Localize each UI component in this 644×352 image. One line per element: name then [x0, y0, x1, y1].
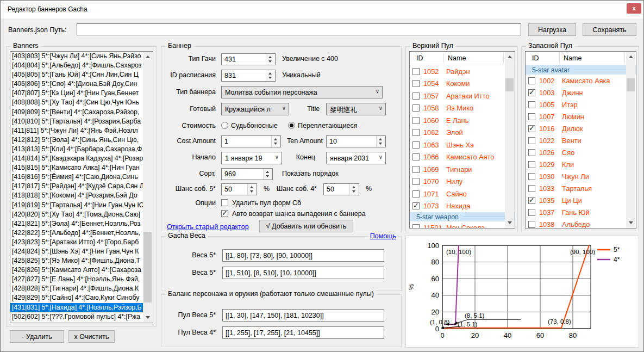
chance4-spinner[interactable]: 50	[323, 183, 359, 195]
banner-list-item[interactable]: [415|815] 5*:[Камисато Аяка] 4*:[Нин Гуа…	[10, 163, 144, 172]
scroll-down-icon[interactable]	[626, 218, 635, 227]
pool-item-checkbox[interactable]	[412, 224, 420, 229]
spinner-arrows-icon[interactable]	[263, 169, 272, 180]
pool-item-row[interactable]: 1003Джинн	[526, 87, 636, 98]
scroll-up-icon[interactable]	[505, 52, 514, 61]
scroll-up-icon[interactable]	[143, 52, 152, 61]
spinner-arrows-icon[interactable]	[247, 184, 257, 195]
banner-list-item[interactable]: [423|823] 5*:[Аратаки Итто] 4*:[Горо,Бар…	[10, 238, 144, 247]
cost-radio-intertwined[interactable]	[288, 122, 295, 129]
help-link[interactable]: Помощь	[368, 232, 398, 240]
pool-item-row[interactable]: 1005Итэр	[526, 98, 636, 110]
scrollbar-thumb[interactable]	[627, 78, 635, 91]
end-date-picker[interactable]: января 2031 ∨	[326, 152, 386, 164]
pool-item-row[interactable]: 1038Альбедо	[526, 218, 636, 229]
banner-list-item[interactable]: [408|808] 5*:[Ху Тао] 4*:[Син Цю,Чун Юнь	[10, 98, 144, 107]
pool-item-checkbox[interactable]	[412, 190, 420, 197]
chance5-spinner[interactable]: 50	[221, 183, 257, 195]
upper-pool-scrollbar[interactable]	[505, 52, 514, 227]
pool-item-checkbox[interactable]	[412, 117, 420, 124]
pool-item-checkbox[interactable]	[528, 161, 535, 168]
pool-item-row[interactable]: 1035Ци Ци	[526, 194, 636, 206]
cost-radio-fate[interactable]	[221, 122, 228, 129]
banner-list-item[interactable]: [420|820] 5*:[Ху Тао] 4*:[Тома,Диона,Саю…	[10, 210, 144, 219]
banner-type-select[interactable]: Молитва события персонажа ∨	[221, 86, 383, 98]
pool-item-checkbox[interactable]	[412, 178, 420, 185]
pool-item-row[interactable]: 1002Камисато Аяка	[526, 75, 636, 87]
banner-list-item[interactable]: [418|818] 5*:[Кокоми] 4*:[Розария,Бэй До	[10, 191, 144, 200]
banner-list-item[interactable]: [427|827] 5*:[Е Лань] 4*:[Ноэлль,Янь Фэй…	[10, 275, 144, 284]
banner-list-item[interactable]: [416|816] 5*:[Ёимия] 4*:[Саю,Диона,Синь	[10, 172, 144, 182]
pool-item-row[interactable]: 1058Яэ Мико	[410, 102, 515, 115]
scroll-down-icon[interactable]	[505, 218, 514, 227]
pool-item-checkbox[interactable]	[528, 209, 535, 216]
pool-item-checkbox[interactable]	[528, 101, 535, 108]
pool-item-row[interactable]: 1033Тарталья	[526, 182, 636, 194]
auto-return-label[interactable]: Авто возврат шанса выпадения с баннера	[232, 210, 366, 218]
pool-item-row[interactable]: 1071Сайно	[410, 188, 515, 200]
pool-item-checkbox[interactable]	[412, 153, 420, 160]
spinner-arrows-icon[interactable]	[266, 70, 275, 81]
pool-item-checkbox[interactable]	[412, 166, 420, 173]
banner-list-item[interactable]: [431|831] 5*:[Нахида] 4*:[Ноэлль,Рэйзор,…	[10, 303, 144, 312]
upper-pool-list[interactable]: ID Name 1052Райдэн1054Кокоми1057Аратаки …	[409, 51, 515, 229]
gacha-type-spinner[interactable]: 431	[221, 53, 276, 65]
banner-list-item[interactable]: [419|819] 5*:[Тарталья] 4*:[Нин Гуан,Чун…	[10, 201, 144, 210]
delete-banner-button[interactable]: - Удалить	[10, 330, 64, 343]
pool-item-checkbox[interactable]	[528, 149, 535, 156]
pool-item-checkbox[interactable]	[412, 92, 420, 100]
pool-weights4-input[interactable]	[222, 326, 384, 339]
pool-item-row[interactable]: 1063Шэнь Хэ	[410, 139, 515, 151]
schedule-id-spinner[interactable]: 831	[221, 70, 276, 82]
clear-banners-button[interactable]: x Очистить	[68, 330, 115, 343]
auto-return-checkbox[interactable]	[221, 210, 228, 217]
pool-item-checkbox[interactable]	[528, 197, 535, 204]
pool-item-row[interactable]: 1029Кли	[526, 158, 636, 170]
pool-item-checkbox[interactable]	[412, 202, 420, 209]
pool-item-checkbox[interactable]	[528, 77, 535, 84]
add-or-update-button[interactable]: √ Добавить или обновить	[259, 220, 353, 232]
pool-item-row[interactable]: 1030Чжун Ли	[526, 170, 636, 182]
weights4-input[interactable]	[222, 267, 384, 279]
banner-list-item[interactable]: [405|805] 5*:[Гань Юй] 4*:[Сян Лин,Син Ц	[10, 70, 144, 79]
banner-list-item[interactable]: [406|806] 5*:[Сяо] 4*:[Диона,Бэй Доу,Син	[10, 79, 144, 89]
ten-amount-spinner[interactable]: 10	[326, 135, 386, 147]
pool-item-checkbox[interactable]	[412, 141, 420, 149]
pool-item-checkbox[interactable]	[412, 129, 420, 136]
reserve-pool-list[interactable]: ID Name 5-star avatar1002Камисато Аяка10…	[525, 51, 636, 229]
pool-item-checkbox[interactable]	[528, 125, 535, 132]
begin-date-picker[interactable]: 1 января 19 ∨	[221, 152, 282, 164]
remove-pool-checkbox[interactable]	[221, 199, 228, 206]
banner-list-item[interactable]: [407|807] 5*:[Кэ Цин] 4*:[Нин Гуан,Бенне…	[10, 89, 144, 98]
reserve-pool-scrollbar[interactable]	[626, 52, 635, 227]
banner-list-item[interactable]: [403|803] 5*:[Чжун Ли] 4*:[Синь Янь,Рэйз…	[10, 52, 144, 61]
pool-item-row[interactable]: 1057Аратаки Итто	[410, 90, 515, 102]
banner-list-item[interactable]: [412|812] 5*:[Эола] 4*:[Синь Янь,Син Цю,	[10, 135, 144, 145]
pool-item-row[interactable]: 1052Райдэн	[410, 65, 515, 78]
scroll-down-icon[interactable]	[143, 313, 152, 322]
spinner-arrows-icon[interactable]	[266, 54, 275, 65]
spinner-arrows-icon[interactable]	[376, 136, 385, 147]
banner-list-item[interactable]: [413|813] 5*:[Кли] 4*:[Барбара,Сахароза,…	[10, 145, 144, 154]
load-button[interactable]: Нагрузка	[528, 23, 576, 36]
scrollbar-thumb[interactable]	[143, 232, 152, 302]
banner-list-item[interactable]: [429|829] 5*:[Сайно] 4*:[Саю,Куки Синобу	[10, 293, 144, 302]
open-old-editor-link[interactable]: Открыть старый редактор	[167, 223, 249, 231]
pool-item-row[interactable]: 1062Элой	[410, 127, 515, 139]
banner-list-item[interactable]: [417|817] 5*:[Райдэн] 4*:[Кудзё Сара,Сян…	[10, 182, 144, 191]
pool-weights5-input[interactable]	[222, 309, 384, 322]
close-button[interactable]: x	[627, 3, 641, 14]
pool-item-checkbox[interactable]	[412, 68, 420, 75]
save-button[interactable]: Сохранять	[583, 23, 636, 36]
banner-list-item[interactable]: [410|810] 5*:[Тарталья] 4*:[Розария,Барб…	[10, 117, 144, 126]
pool-item-row[interactable]: 1037Гань Юй	[526, 206, 636, 218]
banner-list-item[interactable]: [425|825] 5*:[Яэ Мико] 4*:[Фишль,Диона,Т	[10, 256, 144, 265]
pool-item-row[interactable]: 1022Венти	[526, 134, 636, 146]
banner-list-item[interactable]: [404|804] 5*:[Альбедо] 4*:[Фишль,Сахароз	[10, 61, 144, 70]
weights5-input[interactable]	[222, 249, 384, 262]
pool-item-checkbox[interactable]	[412, 104, 420, 112]
spinner-arrows-icon[interactable]	[349, 184, 359, 195]
pool-item-row[interactable]: 1007Люмин	[526, 110, 636, 122]
pool-item-checkbox[interactable]	[412, 80, 420, 87]
pool-item-row[interactable]: 11501Меч Сокола	[410, 221, 515, 229]
